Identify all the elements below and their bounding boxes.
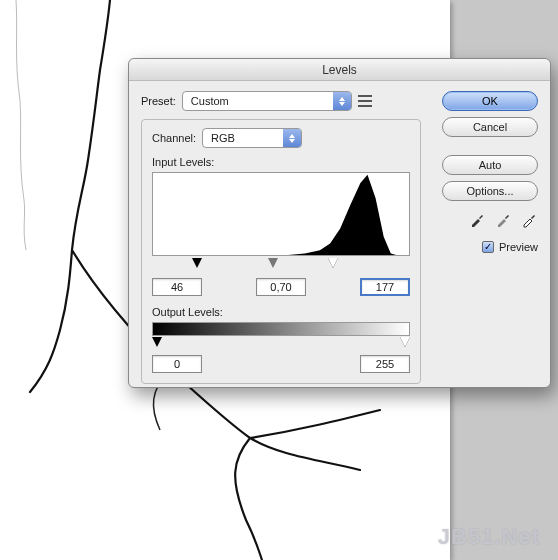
output-levels-label: Output Levels: — [152, 306, 410, 318]
input-levels-label: Input Levels: — [152, 156, 410, 168]
chevron-updown-icon — [283, 129, 301, 147]
eyedropper-white-icon[interactable] — [520, 211, 538, 229]
output-gradient — [152, 322, 410, 336]
input-white-field[interactable]: 177 — [360, 278, 410, 296]
output-black-field[interactable]: 0 — [152, 355, 202, 373]
histogram — [152, 172, 410, 256]
input-gamma-slider[interactable] — [268, 258, 278, 268]
dialog-title[interactable]: Levels — [129, 59, 550, 81]
input-gamma-field[interactable]: 0,70 — [256, 278, 306, 296]
preset-label: Preset: — [141, 95, 176, 107]
watermark: JB51.Net — [438, 524, 540, 550]
ok-button[interactable]: OK — [442, 91, 538, 111]
eyedropper-row — [442, 211, 538, 229]
channel-value: RGB — [211, 132, 235, 144]
output-white-slider[interactable] — [400, 337, 410, 347]
eyedropper-gray-icon[interactable] — [494, 211, 512, 229]
chevron-updown-icon — [333, 92, 351, 110]
output-black-slider[interactable] — [152, 337, 162, 347]
input-black-slider[interactable] — [192, 258, 202, 268]
cancel-button[interactable]: Cancel — [442, 117, 538, 137]
eyedropper-black-icon[interactable] — [468, 211, 486, 229]
preset-select[interactable]: Custom — [182, 91, 352, 111]
preset-value: Custom — [191, 95, 229, 107]
levels-dialog: Levels Preset: Custom Channel: RGB Input — [128, 58, 551, 388]
output-white-field[interactable]: 255 — [360, 355, 410, 373]
preview-checkbox[interactable] — [482, 241, 494, 253]
input-white-slider[interactable] — [328, 258, 338, 268]
options-button[interactable]: Options... — [442, 181, 538, 201]
output-slider-track[interactable] — [152, 337, 410, 349]
input-slider-track[interactable] — [152, 258, 410, 272]
channel-select[interactable]: RGB — [202, 128, 302, 148]
preview-label: Preview — [499, 241, 538, 253]
levels-group: Channel: RGB Input Levels: 46 0,70 — [141, 119, 421, 384]
channel-label: Channel: — [152, 132, 196, 144]
preset-menu-icon[interactable] — [358, 94, 372, 108]
auto-button[interactable]: Auto — [442, 155, 538, 175]
input-black-field[interactable]: 46 — [152, 278, 202, 296]
